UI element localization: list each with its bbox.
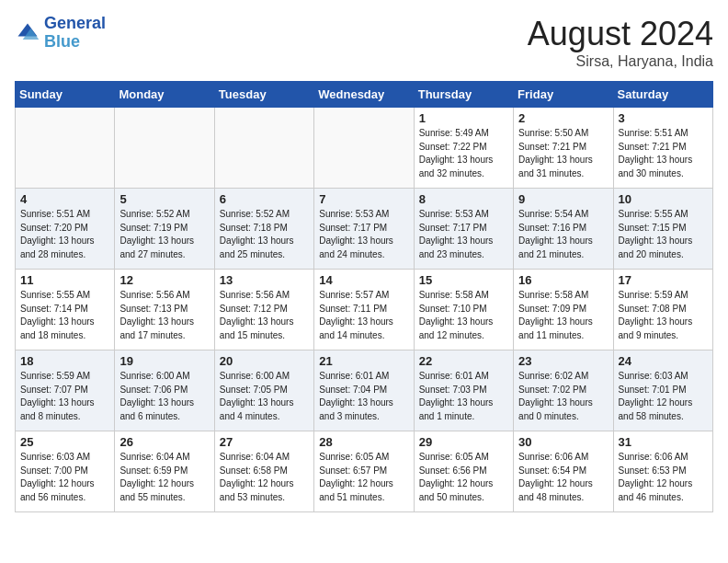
cell-info: Sunrise: 6:00 AMSunset: 7:05 PMDaylight:… <box>220 370 309 423</box>
cell-info: Sunrise: 6:04 AMSunset: 6:58 PMDaylight:… <box>220 451 309 504</box>
day-number: 11 <box>20 273 109 287</box>
calendar-cell: 7Sunrise: 5:53 AMSunset: 7:17 PMDaylight… <box>314 189 414 270</box>
calendar-cell <box>115 108 214 189</box>
day-number: 8 <box>419 192 508 206</box>
logo-brand2: Blue <box>44 32 80 51</box>
calendar-cell <box>214 108 313 189</box>
calendar-cell: 22Sunrise: 6:01 AMSunset: 7:03 PMDayligh… <box>414 350 513 431</box>
calendar-cell: 30Sunrise: 6:06 AMSunset: 6:54 PMDayligh… <box>514 431 613 512</box>
title-block: August 2024 Sirsa, Haryana, India <box>528 15 713 70</box>
day-number: 7 <box>319 192 408 206</box>
cell-info: Sunrise: 5:52 AMSunset: 7:19 PMDaylight:… <box>119 208 209 261</box>
calendar-cell: 3Sunrise: 5:51 AMSunset: 7:21 PMDaylight… <box>613 108 712 189</box>
cell-info: Sunrise: 5:55 AMSunset: 7:14 PMDaylight:… <box>20 289 109 342</box>
day-number: 18 <box>20 354 109 368</box>
cell-info: Sunrise: 6:05 AMSunset: 6:57 PMDaylight:… <box>319 451 408 504</box>
calendar-cell: 13Sunrise: 5:56 AMSunset: 7:12 PMDayligh… <box>214 270 313 350</box>
logo-icon <box>15 20 40 46</box>
day-header-friday: Friday <box>514 82 613 108</box>
day-number: 6 <box>220 192 309 206</box>
calendar-cell: 11Sunrise: 5:55 AMSunset: 7:14 PMDayligh… <box>16 270 115 350</box>
calendar-cell: 24Sunrise: 6:03 AMSunset: 7:01 PMDayligh… <box>613 350 712 431</box>
calendar-week-3: 11Sunrise: 5:55 AMSunset: 7:14 PMDayligh… <box>16 270 713 350</box>
cell-info: Sunrise: 5:57 AMSunset: 7:11 PMDaylight:… <box>319 289 408 342</box>
calendar-cell: 25Sunrise: 6:03 AMSunset: 7:00 PMDayligh… <box>16 431 115 512</box>
day-number: 20 <box>220 354 309 368</box>
calendar-cell: 31Sunrise: 6:06 AMSunset: 6:53 PMDayligh… <box>613 431 712 512</box>
cell-info: Sunrise: 6:05 AMSunset: 6:56 PMDaylight:… <box>419 451 508 504</box>
day-number: 10 <box>619 192 708 206</box>
calendar-week-4: 18Sunrise: 5:59 AMSunset: 7:07 PMDayligh… <box>16 350 713 431</box>
cell-info: Sunrise: 6:06 AMSunset: 6:54 PMDaylight:… <box>518 451 608 504</box>
cell-info: Sunrise: 5:59 AMSunset: 7:07 PMDaylight:… <box>20 370 109 423</box>
day-number: 1 <box>419 111 508 125</box>
day-number: 2 <box>518 111 608 125</box>
calendar-cell: 29Sunrise: 6:05 AMSunset: 6:56 PMDayligh… <box>414 431 513 512</box>
calendar-cell: 5Sunrise: 5:52 AMSunset: 7:19 PMDaylight… <box>115 189 214 270</box>
day-number: 9 <box>518 192 608 206</box>
calendar-cell: 28Sunrise: 6:05 AMSunset: 6:57 PMDayligh… <box>314 431 414 512</box>
calendar-cell: 15Sunrise: 5:58 AMSunset: 7:10 PMDayligh… <box>414 270 513 350</box>
cell-info: Sunrise: 5:50 AMSunset: 7:21 PMDaylight:… <box>518 127 608 180</box>
cell-info: Sunrise: 5:58 AMSunset: 7:09 PMDaylight:… <box>518 289 608 342</box>
cell-info: Sunrise: 6:00 AMSunset: 7:06 PMDaylight:… <box>119 370 209 423</box>
logo: General Blue <box>15 15 106 52</box>
cell-info: Sunrise: 5:53 AMSunset: 7:17 PMDaylight:… <box>419 208 508 261</box>
calendar-cell: 6Sunrise: 5:52 AMSunset: 7:18 PMDaylight… <box>214 189 313 270</box>
cell-info: Sunrise: 5:56 AMSunset: 7:13 PMDaylight:… <box>119 289 209 342</box>
day-number: 4 <box>20 192 109 206</box>
day-number: 15 <box>419 273 508 287</box>
calendar-cell: 20Sunrise: 6:00 AMSunset: 7:05 PMDayligh… <box>214 350 313 431</box>
calendar-cell: 18Sunrise: 5:59 AMSunset: 7:07 PMDayligh… <box>16 350 115 431</box>
cell-info: Sunrise: 5:54 AMSunset: 7:16 PMDaylight:… <box>518 208 608 261</box>
day-number: 17 <box>619 273 708 287</box>
calendar-cell: 8Sunrise: 5:53 AMSunset: 7:17 PMDaylight… <box>414 189 513 270</box>
cell-info: Sunrise: 6:01 AMSunset: 7:04 PMDaylight:… <box>319 370 408 423</box>
cell-info: Sunrise: 6:02 AMSunset: 7:02 PMDaylight:… <box>518 370 608 423</box>
logo-brand1: General <box>44 14 106 32</box>
calendar-cell: 26Sunrise: 6:04 AMSunset: 6:59 PMDayligh… <box>115 431 214 512</box>
cell-info: Sunrise: 5:58 AMSunset: 7:10 PMDaylight:… <box>419 289 508 342</box>
day-header-tuesday: Tuesday <box>214 82 313 108</box>
calendar-week-1: 1Sunrise: 5:49 AMSunset: 7:22 PMDaylight… <box>16 108 713 189</box>
day-header-wednesday: Wednesday <box>314 82 414 108</box>
calendar-cell: 21Sunrise: 6:01 AMSunset: 7:04 PMDayligh… <box>314 350 414 431</box>
cell-info: Sunrise: 5:49 AMSunset: 7:22 PMDaylight:… <box>419 127 508 180</box>
day-number: 30 <box>518 435 608 449</box>
day-number: 31 <box>619 435 708 449</box>
calendar-cell: 4Sunrise: 5:51 AMSunset: 7:20 PMDaylight… <box>16 189 115 270</box>
calendar-header-row: SundayMondayTuesdayWednesdayThursdayFrid… <box>16 82 713 108</box>
location: Sirsa, Haryana, India <box>528 53 713 70</box>
cell-info: Sunrise: 6:03 AMSunset: 7:00 PMDaylight:… <box>20 451 109 504</box>
day-number: 26 <box>119 435 209 449</box>
day-number: 13 <box>220 273 309 287</box>
day-number: 23 <box>518 354 608 368</box>
cell-info: Sunrise: 5:56 AMSunset: 7:12 PMDaylight:… <box>220 289 309 342</box>
calendar-cell: 16Sunrise: 5:58 AMSunset: 7:09 PMDayligh… <box>514 270 613 350</box>
cell-info: Sunrise: 5:51 AMSunset: 7:20 PMDaylight:… <box>20 208 109 261</box>
calendar-cell <box>16 108 115 189</box>
cell-info: Sunrise: 5:51 AMSunset: 7:21 PMDaylight:… <box>619 127 708 180</box>
day-number: 25 <box>20 435 109 449</box>
day-header-sunday: Sunday <box>16 82 115 108</box>
cell-info: Sunrise: 5:59 AMSunset: 7:08 PMDaylight:… <box>619 289 708 342</box>
day-number: 16 <box>518 273 608 287</box>
calendar-cell: 2Sunrise: 5:50 AMSunset: 7:21 PMDaylight… <box>514 108 613 189</box>
day-number: 14 <box>319 273 408 287</box>
cell-info: Sunrise: 6:06 AMSunset: 6:53 PMDaylight:… <box>619 451 708 504</box>
calendar-week-5: 25Sunrise: 6:03 AMSunset: 7:00 PMDayligh… <box>16 431 713 512</box>
day-number: 27 <box>220 435 309 449</box>
day-number: 3 <box>619 111 708 125</box>
calendar-cell <box>314 108 414 189</box>
day-number: 22 <box>419 354 508 368</box>
day-number: 12 <box>119 273 209 287</box>
day-number: 24 <box>619 354 708 368</box>
day-number: 19 <box>119 354 209 368</box>
calendar-cell: 27Sunrise: 6:04 AMSunset: 6:58 PMDayligh… <box>214 431 313 512</box>
cell-info: Sunrise: 5:55 AMSunset: 7:15 PMDaylight:… <box>619 208 708 261</box>
day-number: 5 <box>119 192 209 206</box>
calendar-cell: 19Sunrise: 6:00 AMSunset: 7:06 PMDayligh… <box>115 350 214 431</box>
calendar-cell: 10Sunrise: 5:55 AMSunset: 7:15 PMDayligh… <box>613 189 712 270</box>
calendar-cell: 17Sunrise: 5:59 AMSunset: 7:08 PMDayligh… <box>613 270 712 350</box>
calendar-cell: 1Sunrise: 5:49 AMSunset: 7:22 PMDaylight… <box>414 108 513 189</box>
